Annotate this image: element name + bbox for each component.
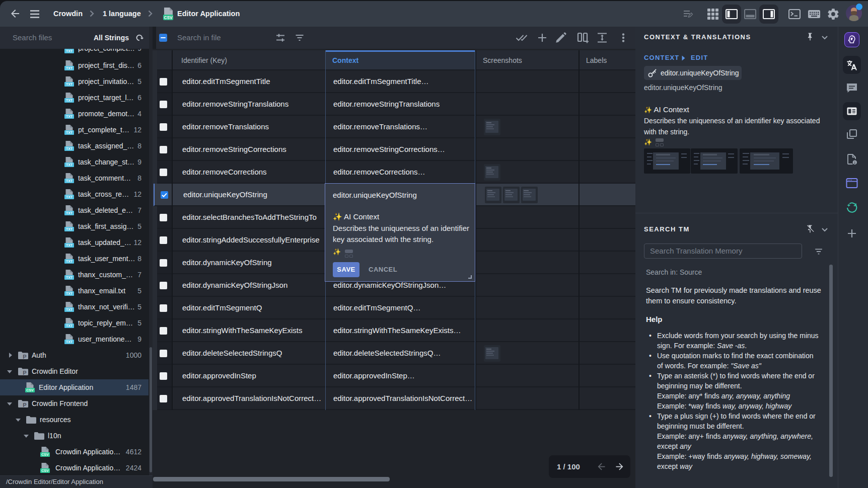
svg-text:TXT: TXT: [66, 66, 73, 70]
svg-text:CSV: CSV: [164, 16, 173, 20]
svg-text:TXT: TXT: [66, 292, 73, 295]
svg-text:TXT: TXT: [66, 340, 73, 344]
svg-text:TXT: TXT: [66, 195, 73, 199]
svg-text:TXT: TXT: [66, 308, 73, 311]
svg-text:TXT: TXT: [66, 260, 73, 263]
svg-text:P: P: [23, 402, 26, 408]
svg-text:TXT: TXT: [66, 99, 73, 102]
svg-text:P: P: [23, 354, 26, 360]
svg-text:TXT: TXT: [66, 324, 73, 328]
svg-text:TXT: TXT: [66, 83, 73, 86]
svg-text:CSV: CSV: [26, 388, 34, 392]
svg-text:TXT: TXT: [66, 147, 73, 150]
svg-text:TXT: TXT: [66, 227, 73, 231]
svg-text:TXT: TXT: [66, 243, 73, 247]
svg-text:TXT: TXT: [66, 131, 73, 134]
svg-text:TXT: TXT: [66, 49, 73, 53]
svg-text:TXT: TXT: [66, 115, 73, 118]
svg-text:P: P: [23, 370, 26, 376]
svg-text:CSV: CSV: [41, 453, 49, 456]
svg-text:TXT: TXT: [66, 163, 73, 167]
svg-text:TXT: TXT: [66, 179, 73, 183]
svg-text:CSV: CSV: [41, 469, 49, 472]
svg-text:TXT: TXT: [66, 211, 73, 215]
svg-text:TXT: TXT: [66, 276, 73, 279]
